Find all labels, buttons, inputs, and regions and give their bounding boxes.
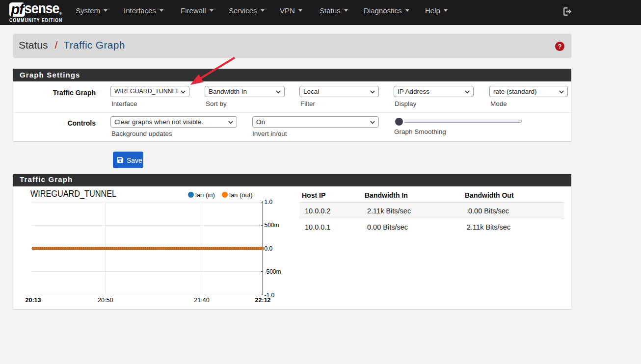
svg-text:22:12: 22:12 xyxy=(255,297,271,304)
svg-text:20:50: 20:50 xyxy=(98,297,113,304)
svg-text:-500m: -500m xyxy=(265,268,281,275)
svg-text:0.0: 0.0 xyxy=(265,245,273,252)
svg-text:500m: 500m xyxy=(265,222,279,229)
svg-text:21:40: 21:40 xyxy=(194,297,209,304)
svg-text:1.0: 1.0 xyxy=(265,199,273,206)
svg-text:20:13: 20:13 xyxy=(26,297,41,304)
